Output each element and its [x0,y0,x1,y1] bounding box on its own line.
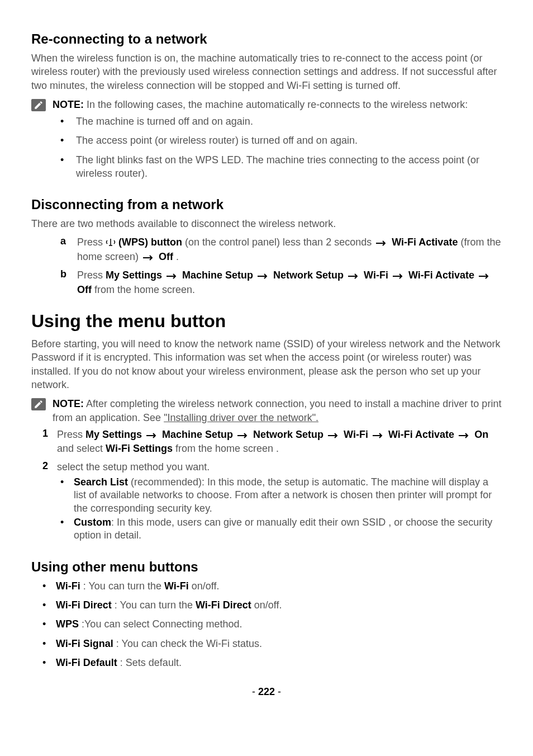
other-menu-list: Wi-Fi : You can turn the Wi-Fi on/off. W… [31,579,502,669]
pencil-note-icon [31,398,46,410]
page-number-value: 222 [258,686,275,697]
arrow-icon [459,428,470,442]
arrow-icon [143,251,154,264]
text-segment: Press [77,237,106,248]
arrow-icon [348,269,359,282]
text-segment: : You can check the Wi-Fi status. [113,638,262,649]
arrow-icon [146,428,158,442]
para-menu-button: Before starting, you will need to know t… [31,337,502,391]
list-item: Wi-Fi Signal : You can check the Wi-Fi s… [42,637,502,650]
step-2: 2 select the setup method you want. Sear… [42,460,502,544]
step-a: a Press (WPS) button (on the control pan… [60,235,502,264]
heading-menu-button: Using the menu button [31,311,502,332]
heading-other-menu: Using other menu buttons [31,559,502,575]
disconnect-steps: a Press (WPS) button (on the control pan… [31,235,502,296]
text-segment: Press [57,429,85,440]
bold-text: Wi-Fi Activate [386,429,457,440]
step-b: b Press My Settings Machine Setup Networ… [60,268,502,296]
page-number: - 222 - [31,686,502,698]
step-1-content: Press My Settings Machine Setup Network … [57,428,502,456]
bold-text: Off [77,284,92,295]
bold-text: Wi-Fi Direct [56,599,112,611]
bold-text: On [472,429,488,440]
bold-text: My Settings [106,270,165,281]
text-segment: on/off. [189,580,220,592]
text-segment: and select [57,443,106,454]
para-disconnect: There are two methods available to disco… [31,217,502,230]
bold-text: Wi-Fi [341,429,371,440]
text-segment: . [173,251,179,262]
text-segment: - [275,686,281,697]
note-bullets-1: The machine is turned off and on again. … [31,115,502,180]
arrow-icon [393,269,404,282]
bold-text: Wi-Fi Signal [56,638,113,649]
link-installing-driver[interactable]: "Installing driver over the network". [164,412,318,423]
step-b-content: Press My Settings Machine Setup Network … [77,268,502,296]
note-label-1: NOTE: [53,99,84,110]
para-reconnect: When the wireless function is on, the ma… [31,51,502,92]
text-segment: :You can select Connecting method. [79,618,242,630]
text-segment: from the home screen. [92,284,195,295]
numbered-steps: 1 Press My Settings Machine Setup Networ… [31,428,502,544]
bold-text: Wi-Fi Activate [389,237,458,248]
bold-text: (WPS) button [116,237,182,248]
arrow-icon [166,269,178,282]
marker-a: a [60,235,77,247]
text-segment: : In this mode, users can give or manual… [74,517,492,541]
step-2-sub-bullets: Search List (recommended): In this mode,… [57,476,502,542]
bold-text: Wi-Fi Settings [106,443,173,454]
bold-text: Wi-Fi Direct [196,599,251,611]
bold-text: Wi-Fi Default [56,657,117,668]
list-item: The access point (or wireless router) is… [60,134,502,147]
arrow-icon [258,269,269,282]
arrow-icon [479,269,490,282]
heading-reconnect: Re-connecting to a network [31,31,502,47]
list-item: The light blinks fast on the WPS LED. Th… [60,153,502,181]
bold-text: WPS [56,618,79,630]
text-segment: (on the control panel) less than 2 secon… [182,237,374,248]
text-segment: - [252,686,258,697]
text-segment: on/off. [251,599,282,611]
heading-disconnect: Disconnecting from a network [31,197,502,212]
bold-text: Network Setup [270,270,346,281]
text-segment: : You can turn the [112,599,196,611]
note-body-1: In the following cases, the machine auto… [84,99,468,110]
arrow-icon [328,428,339,442]
bold-text: My Settings [85,429,145,440]
marker-2: 2 [42,460,57,472]
note-text-1: NOTE: In the following cases, the machin… [53,98,502,111]
wps-icon [106,237,116,250]
bold-text: Custom [74,517,111,528]
list-item: Wi-Fi Direct : You can turn the Wi-Fi Di… [42,598,502,612]
note-label-2: NOTE: [53,398,84,409]
list-item: WPS :You can select Connecting method. [42,617,502,631]
step-2-content: select the setup method you want. Search… [57,460,502,544]
text-segment: from the home screen . [173,443,279,454]
arrow-icon [376,236,387,249]
bold-text: Wi-Fi [56,580,80,592]
arrow-icon [237,428,249,442]
bold-text: Machine Setup [159,429,236,440]
list-item: Wi-Fi Default : Sets default. [42,656,502,669]
text-segment: Press [77,270,106,281]
text-segment: : You can turn the [80,580,164,592]
step-a-content: Press (WPS) button (on the control panel… [77,235,502,264]
bold-text: Wi-Fi [164,580,189,592]
note-block-2: NOTE: After completing the wireless netw… [31,397,502,424]
text-segment: select the setup method you want. [57,461,210,472]
bold-text: Off [156,251,173,262]
bold-text: Network Setup [250,429,326,440]
bold-text: Wi-Fi Activate [406,270,477,281]
note-text-2: NOTE: After completing the wireless netw… [53,397,502,424]
marker-b: b [60,268,77,280]
list-item: Search List (recommended): In this mode,… [57,476,502,515]
text-segment: : Sets default. [117,657,182,668]
step-1: 1 Press My Settings Machine Setup Networ… [42,428,502,456]
pencil-note-icon [31,99,46,111]
marker-1: 1 [42,428,57,440]
bold-text: Machine Setup [179,270,256,281]
bold-text: Wi-Fi [361,270,391,281]
note-block-1: NOTE: In the following cases, the machin… [31,98,502,111]
list-item: Wi-Fi : You can turn the Wi-Fi on/off. [42,579,502,593]
arrow-icon [373,428,384,442]
